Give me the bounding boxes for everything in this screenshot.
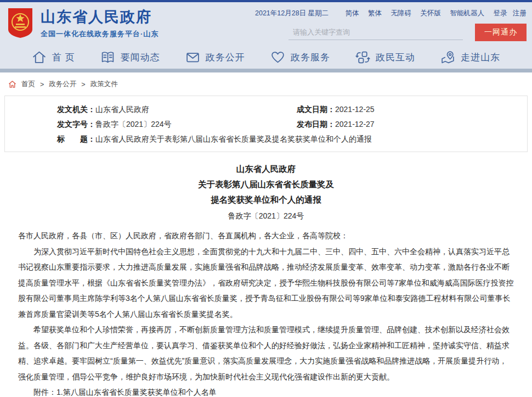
salutation: 各市人民政府，各县（市、区）人民政府，省政府各部门、各直属机构，各大企业，各高等…: [18, 228, 514, 244]
search-input[interactable]: [288, 25, 463, 40]
meta-row: 发文机关：山东省人民政府 成文日期：2021-12-25: [57, 102, 516, 117]
main-nav: 首 页 要闻动态 政务公开 政务服务: [0, 46, 532, 69]
meta-label: 成文日期：: [297, 105, 335, 114]
nav-item-gov-services[interactable]: 政务服务: [270, 50, 330, 65]
breadcrumb-separator: >: [40, 81, 44, 88]
document-meta-box: 发文机关：山东省人民政府 成文日期：2021-12-25 发文字号：鲁政字〔20…: [4, 96, 528, 152]
link-simplified[interactable]: 简体: [346, 9, 359, 17]
nav-item-about-shandong[interactable]: 走进山东: [440, 50, 500, 65]
date-text: 2021年12月28日 星期二: [255, 9, 329, 17]
meta-issuing-agency: 发文机关：山东省人民政府: [57, 102, 297, 117]
attachment-line: 附件：1.第八届山东省省长质量奖获奖单位和个人名单: [18, 384, 514, 397]
paragraph: 希望获奖单位和个人珍惜荣誉，再接再厉，不断创新质量管理方法和质量管理模式，继续提…: [18, 322, 514, 384]
document-title-line: 关于表彰第八届山东省省长质量奖及: [18, 177, 514, 192]
link-care-version[interactable]: 关怀版: [421, 9, 442, 17]
meta-written-date: 成文日期：2021-12-25: [297, 102, 375, 117]
meta-label: 标 题：: [57, 135, 95, 143]
meta-label: 发文字号：: [57, 120, 95, 128]
breadcrumb: 首页 > 政务公开 > 政策文件: [0, 72, 532, 94]
link-smart-robot[interactable]: 智能机器人: [450, 9, 485, 17]
header-top-links: 2021年12月28日 星期二 简体 繁体 无障碍 关怀版 智能机器人 登录 注…: [255, 9, 527, 18]
mail-icon: [185, 50, 200, 65]
document-number: 鲁政字〔2021〕224号: [18, 208, 514, 223]
nav-label: 政务公开: [206, 51, 245, 64]
brand-text: 山东省人民政府 全国一体化在线政务服务平台·山东: [41, 7, 159, 39]
meta-doc-number: 发文字号：鲁政字〔2021〕224号: [57, 117, 297, 132]
book-icon: [100, 50, 115, 65]
link-login[interactable]: 登录: [494, 9, 507, 17]
meta-value: 山东省人民政府关于表彰第八届山东省省长质量奖及提名奖获奖单位和个人的通报: [95, 135, 372, 143]
paragraph: 为深入贯彻习近平新时代中国特色社会主义思想，全面贯彻党的十九大和十九届二中、三中…: [18, 244, 514, 322]
document-title-line: 提名奖获奖单位和个人的通报: [18, 192, 514, 208]
document-content: 山东省人民政府 关于表彰第八届山东省省长质量奖及 提名奖获奖单位和个人的通报 鲁…: [0, 152, 532, 397]
meta-value: 2021-12-25: [335, 105, 375, 114]
link-register[interactable]: 注册: [513, 9, 527, 17]
nav-item-news[interactable]: 要闻动态: [100, 50, 160, 65]
nav-bottom-strip: [0, 69, 532, 72]
site-subtitle: 全国一体化在线政务服务平台·山东: [41, 29, 159, 39]
meta-label: 发文机关：: [57, 105, 95, 114]
nav-label: 政民互动: [376, 51, 415, 64]
site-title: 山东省人民政府: [41, 7, 159, 27]
heart-icon: [270, 50, 285, 65]
meta-publish-date: 发布日期：2021-12-27: [297, 117, 375, 132]
nav-item-gov-info[interactable]: 政务公开: [185, 50, 245, 65]
site-brand[interactable]: 山东省人民政府 全国一体化在线政务服务平台·山东: [7, 7, 159, 39]
meta-row: 发文字号：鲁政字〔2021〕224号 发布日期：2021-12-27: [57, 117, 516, 132]
link-traditional[interactable]: 繁体: [368, 9, 382, 17]
interaction-icon: [355, 50, 370, 65]
document-title-line: 山东省人民政府: [18, 161, 514, 177]
breadcrumb-item-gov-info[interactable]: 政务公开: [49, 80, 76, 89]
nav-label: 要闻动态: [121, 51, 160, 64]
meta-title: 标 题：山东省人民政府关于表彰第八届山东省省长质量奖及提名奖获奖单位和个人的通报: [57, 132, 372, 147]
national-emblem-logo: [7, 8, 34, 39]
meta-value: 鲁政字〔2021〕224号: [95, 120, 172, 128]
breadcrumb-separator: >: [81, 81, 85, 88]
meta-title-row: 标 题：山东省人民政府关于表彰第八届山东省省长质量奖及提名奖获奖单位和个人的通报: [57, 132, 516, 147]
yiwangtongban-button[interactable]: 一网通办: [475, 24, 527, 41]
document-body: 各市人民政府，各县（市、区）人民政府，省政府各部门、各直属机构，各大企业，各高等…: [18, 228, 514, 397]
nav-item-home[interactable]: 首 页: [32, 50, 75, 65]
meta-value: 2021-12-27: [335, 120, 375, 128]
map-pin-icon: [440, 50, 455, 65]
header-right: 2021年12月28日 星期二 简体 繁体 无障碍 关怀版 智能机器人 登录 注…: [255, 9, 527, 41]
nav-item-interaction[interactable]: 政民互动: [355, 50, 415, 65]
site-header: 山东省人民政府 全国一体化在线政务服务平台·山东 2021年12月28日 星期二…: [0, 2, 532, 46]
meta-label: 发布日期：: [297, 120, 335, 128]
page: 山东省人民政府 全国一体化在线政务服务平台·山东 2021年12月28日 星期二…: [0, 0, 532, 397]
nav-label: 政务服务: [291, 51, 330, 64]
meta-value: 山东省人民政府: [95, 105, 149, 114]
search-row: 一网通办: [255, 24, 527, 41]
breadcrumb-item-home[interactable]: 首页: [21, 80, 35, 89]
nav-label: 首 页: [52, 51, 75, 64]
breadcrumb-home-icon: [8, 80, 16, 88]
link-accessibility[interactable]: 无障碍: [391, 9, 412, 17]
home-icon: [32, 50, 47, 65]
nav-label: 走进山东: [461, 51, 500, 64]
breadcrumb-item-policy-files[interactable]: 政策文件: [90, 80, 118, 89]
